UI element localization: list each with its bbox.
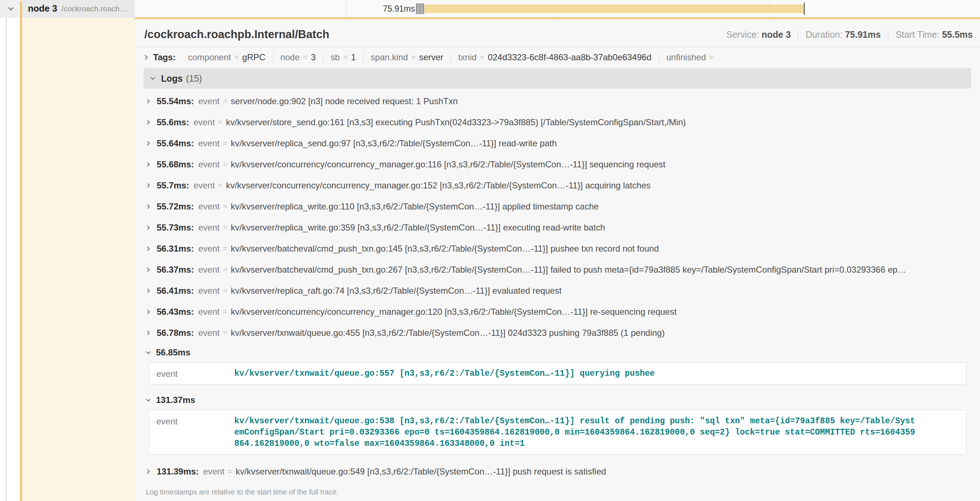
tag-value: gRPC — [242, 52, 266, 62]
log-entry: event=kv/kvserver/concurrency/concurrenc… — [198, 307, 677, 317]
span-title: /cockroach.roachpb.Internal/Batch — [144, 28, 329, 41]
log-row[interactable]: 55.64ms: event=kv/kvserver/replica_send.… — [144, 133, 971, 154]
span-collapse-gutter[interactable] — [0, 0, 22, 17]
logs-title: Logs — [161, 73, 183, 84]
log-field-key: event — [198, 286, 220, 296]
log-row-expanded-header[interactable]: 56.85ms — [144, 343, 971, 362]
span-indent-column — [22, 18, 135, 501]
log-row[interactable]: 56.31ms: event=kv/kvserver/batcheval/cmd… — [144, 238, 971, 259]
service-meta: Service: node 3 — [726, 29, 791, 40]
chevron-right-icon[interactable] — [144, 328, 153, 338]
log-marker-tick — [419, 3, 420, 14]
equals-sign: = — [223, 244, 228, 254]
equals-sign: = — [411, 53, 416, 62]
log-entry: event=kv/kvserver/replica_raft.go:74 [n3… — [198, 286, 562, 296]
log-field-key: event — [198, 138, 220, 148]
log-field-value: kv/kvserver/concurrency/concurrency_mana… — [226, 180, 651, 191]
tags-accordion[interactable]: Tags: component=gRPC node=3 sb=1 span.ki… — [135, 47, 980, 68]
log-field-key: event — [198, 328, 220, 338]
duration-meta: Duration: 75.91ms — [805, 29, 881, 40]
chevron-right-icon[interactable] — [144, 160, 153, 169]
chevron-down-icon[interactable] — [144, 395, 153, 405]
span-duration-bar[interactable] — [424, 4, 804, 13]
log-timestamp: 131.39ms: — [157, 466, 199, 477]
log-row[interactable]: 55.7ms: event=kv/kvserver/concurrency/co… — [144, 175, 971, 196]
log-row[interactable]: 55.68ms: event=kv/kvserver/concurrency/c… — [144, 154, 971, 175]
chevron-right-icon[interactable] — [144, 467, 153, 476]
tag-key: unfinished — [666, 52, 706, 62]
log-row[interactable]: 56.37ms: event=kv/kvserver/batcheval/cmd… — [144, 259, 971, 280]
equals-sign: = — [223, 139, 228, 148]
logs-accordion-header[interactable]: Logs (15) — [144, 68, 971, 89]
log-field-value: server/node.go:902 [n3] node received re… — [231, 96, 458, 106]
chevron-right-icon[interactable] — [144, 307, 153, 317]
equals-sign: = — [223, 223, 228, 232]
log-field-value: kv/kvserver/replica_write.go:359 [n3,s3,… — [231, 223, 605, 233]
log-marker-tick-end — [804, 3, 805, 15]
span-name-cell[interactable]: node 3 /cockroach.roach… — [22, 0, 135, 17]
span-row[interactable]: node 3 /cockroach.roach… 75.91ms — [0, 0, 980, 18]
log-row[interactable]: 55.72ms: event=kv/kvserver/replica_write… — [144, 196, 971, 217]
log-field-key: event — [198, 307, 220, 317]
log-marker-tick — [417, 3, 418, 14]
log-row-expanded-header[interactable]: 131.37ms — [144, 391, 971, 409]
tag-unfinished: unfinished= — [659, 52, 724, 62]
log-entry: event=kv/kvserver/replica_write.go:359 [… — [198, 223, 605, 233]
chevron-right-icon[interactable] — [144, 139, 153, 148]
log-entry: event=kv/kvserver/txnwait/queue.go:455 [… — [198, 328, 665, 338]
service-label: Service: — [726, 29, 761, 40]
log-entry: event=kv/kvserver/txnwait/queue.go:549 [… — [203, 466, 606, 477]
span-duration-label: 75.91ms — [383, 4, 415, 13]
log-field-key: event — [193, 180, 215, 191]
log-timestamp: 55.73ms: — [157, 223, 194, 233]
log-field-value: kv/kvserver/concurrency/concurrency_mana… — [231, 307, 677, 317]
equals-sign: = — [223, 202, 228, 211]
chevron-right-icon[interactable] — [144, 97, 153, 106]
chevron-right-icon[interactable] — [142, 53, 151, 62]
chevron-right-icon[interactable] — [144, 181, 153, 190]
tag-node: node=3 — [273, 52, 323, 62]
log-entry: event=kv/kvserver/batcheval/cmd_push_txn… — [198, 244, 659, 254]
log-field-value: kv/kvserver/batcheval/cmd_push_txn.go:14… — [231, 244, 659, 254]
log-field-key: event — [198, 201, 220, 212]
log-field-value: kv/kvserver/txnwait/queue.go:557 [n3,s3,… — [234, 368, 655, 380]
chevron-right-icon[interactable] — [144, 118, 153, 127]
log-field-value: kv/kvserver/replica_write.go:110 [n3,s3,… — [231, 201, 598, 212]
chevron-down-icon[interactable] — [144, 348, 153, 357]
chevron-right-icon[interactable] — [144, 223, 153, 232]
chevron-right-icon[interactable] — [144, 286, 153, 295]
log-row[interactable]: 56.41ms: event=kv/kvserver/replica_raft.… — [144, 280, 971, 302]
log-row[interactable]: 55.54ms: event=server/node.go:902 [n3] n… — [144, 91, 971, 112]
log-marker-tick — [422, 3, 423, 14]
log-field-value: kv/kvserver/batcheval/cmd_push_txn.go:26… — [231, 265, 906, 275]
span-meta: Service: node 3 Duration: 75.91ms Start … — [726, 29, 973, 40]
log-marker-tick — [416, 3, 417, 14]
log-entry: event=kv/kvserver/store_send.go:161 [n3,… — [193, 117, 686, 128]
log-row[interactable]: 55.73ms: event=kv/kvserver/replica_write… — [144, 217, 971, 238]
log-field-key: event — [198, 223, 220, 233]
log-entry: event=kv/kvserver/replica_write.go:110 [… — [198, 201, 599, 212]
chevron-down-icon[interactable] — [6, 4, 16, 13]
tag-key: node — [280, 52, 299, 62]
tags-label: Tags: — [153, 52, 175, 62]
chevron-right-icon[interactable] — [144, 244, 153, 254]
tag-key: component — [188, 52, 231, 62]
log-marker-tick — [423, 3, 424, 14]
equals-sign: = — [218, 181, 223, 190]
equals-sign: = — [228, 467, 232, 476]
log-field-value: kv/kvserver/replica_raft.go:74 [n3,s3,r6… — [231, 286, 562, 296]
log-marker-tick — [420, 3, 421, 14]
chevron-down-icon[interactable] — [148, 74, 158, 83]
log-row[interactable]: 131.39ms: event=kv/kvserver/txnwait/queu… — [144, 461, 971, 482]
log-timestamp: 55.72ms: — [157, 201, 194, 212]
start-time-label: Start Time: — [896, 29, 942, 40]
tag-key: sb — [331, 52, 339, 62]
log-row[interactable]: 56.43ms: event=kv/kvserver/concurrency/c… — [144, 302, 971, 322]
log-timestamp: 56.85ms — [156, 348, 191, 357]
chevron-right-icon[interactable] — [144, 202, 153, 211]
log-row[interactable]: 56.78ms: event=kv/kvserver/txnwait/queue… — [144, 322, 971, 343]
tag-value: 3 — [311, 52, 315, 62]
log-row[interactable]: 55.6ms: event=kv/kvserver/store_send.go:… — [144, 112, 971, 133]
chevron-right-icon[interactable] — [144, 265, 153, 274]
duration-value: 75.91ms — [845, 29, 881, 40]
